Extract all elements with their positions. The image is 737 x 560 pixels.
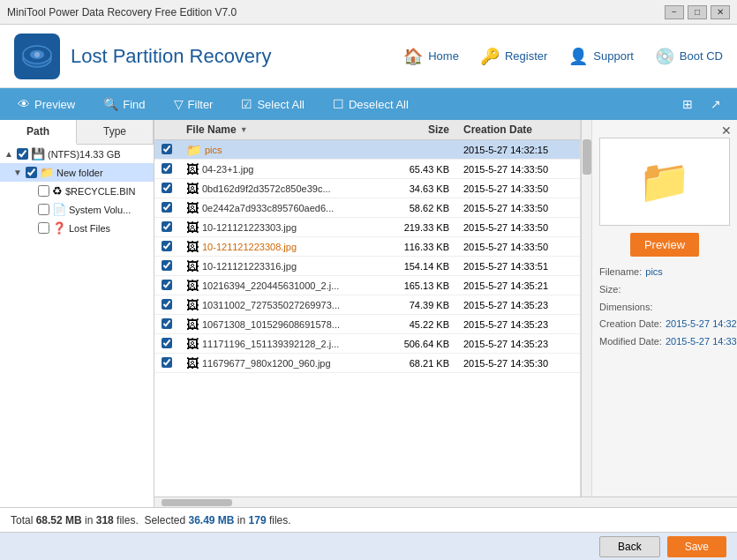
row-check-col bbox=[154, 241, 179, 253]
file-type-icon: 🖼 bbox=[186, 182, 199, 196]
header-size-col: Size bbox=[377, 123, 456, 136]
tree-checkbox-root[interactable] bbox=[17, 148, 28, 160]
app-title: MiniTool Power Data Recovery Free Editio… bbox=[7, 6, 237, 19]
sort-icon: ▼ bbox=[240, 125, 248, 134]
row-check-col bbox=[154, 318, 179, 331]
table-row[interactable]: 🖼 10671308_101529608691578... 45.22 KB 2… bbox=[154, 315, 580, 334]
maximize-button[interactable]: □ bbox=[688, 5, 707, 19]
home-label: Home bbox=[428, 49, 459, 63]
svg-point-3 bbox=[34, 52, 40, 57]
row-checkbox[interactable] bbox=[162, 318, 172, 329]
table-row[interactable]: 🖼 10216394_220445631000_2.j... 165.13 KB… bbox=[154, 276, 580, 295]
hscroll-thumb[interactable] bbox=[162, 499, 232, 506]
row-check-col bbox=[154, 338, 179, 350]
total-files: 318 bbox=[96, 514, 114, 526]
file-type-icon: 🖼 bbox=[186, 220, 199, 235]
preview-image-area: 📁 bbox=[599, 138, 730, 226]
row-filename-col: 🖼 10671308_101529608691578... bbox=[179, 317, 377, 332]
horizontal-scrollbar[interactable] bbox=[154, 497, 737, 507]
nav-buttons: 🏠 Home 🔑 Register 👤 Support 💿 Boot CD bbox=[403, 47, 723, 66]
register-label: Register bbox=[505, 49, 547, 63]
preview-button[interactable]: Preview bbox=[630, 233, 699, 257]
row-date-col: 2015-5-27 14:35:23 bbox=[456, 319, 580, 330]
table-row[interactable]: 🖼 10-121121223316.jpg 154.14 KB 2015-5-2… bbox=[154, 257, 580, 276]
save-button[interactable]: Save bbox=[667, 536, 726, 557]
layout-grid-button[interactable]: ⊞ bbox=[677, 93, 698, 115]
preview-button[interactable]: 👁 Preview bbox=[11, 93, 82, 115]
row-checkbox[interactable] bbox=[162, 144, 172, 154]
tree-checkbox-lost[interactable] bbox=[38, 222, 49, 234]
scroll-thumb[interactable] bbox=[583, 139, 591, 175]
row-checkbox[interactable] bbox=[162, 260, 172, 271]
select-all-button[interactable]: ☑ Select All bbox=[234, 93, 311, 115]
table-row[interactable]: 📁 pics 2015-5-27 14:32:15 bbox=[154, 140, 580, 160]
preview-folder-icon: 📁 bbox=[638, 157, 691, 206]
deselect-all-icon: ☐ bbox=[333, 97, 344, 111]
support-button[interactable]: 👤 Support bbox=[568, 47, 634, 66]
row-checkbox[interactable] bbox=[162, 338, 172, 348]
tree-checkbox-recycle[interactable] bbox=[38, 185, 49, 197]
row-filename-col: 🖼 10216394_220445631000_2.j... bbox=[179, 279, 377, 293]
row-check-col bbox=[154, 357, 179, 370]
folder-icon: 📁 bbox=[40, 166, 54, 179]
row-checkbox[interactable] bbox=[162, 280, 172, 290]
filter-label: Filter bbox=[188, 98, 214, 111]
table-row[interactable]: 🖼 11679677_980x1200_960.jpg 68.21 KB 201… bbox=[154, 354, 580, 373]
file-name-text: 11679677_980x1200_960.jpg bbox=[202, 358, 331, 369]
drive-label: (NTFS)14.33 GB bbox=[48, 149, 150, 160]
row-check-col bbox=[154, 163, 179, 175]
row-checkbox[interactable] bbox=[162, 299, 172, 310]
minimize-button[interactable]: − bbox=[665, 5, 684, 19]
preview-close-button[interactable]: ✕ bbox=[721, 123, 732, 138]
back-button[interactable]: Back bbox=[599, 536, 660, 557]
find-icon: 🔍 bbox=[103, 97, 118, 111]
tree-item-new-folder[interactable]: ▼ 📁 New folder bbox=[0, 163, 154, 182]
table-row[interactable]: 🖼 10-121121223303.jpg 219.33 KB 2015-5-2… bbox=[154, 218, 580, 237]
row-checkbox[interactable] bbox=[162, 221, 172, 232]
vertical-scrollbar[interactable] bbox=[581, 120, 591, 497]
row-date-col: 2015-5-27 14:33:50 bbox=[456, 242, 580, 252]
close-button[interactable]: ✕ bbox=[711, 5, 730, 19]
modified-label: Modified Date: bbox=[599, 333, 662, 351]
table-row[interactable]: 🖼 04-23+1.jpg 65.43 KB 2015-5-27 14:33:5… bbox=[154, 160, 580, 179]
preview-label: Preview bbox=[34, 98, 75, 111]
modified-value: 2015-5-27 14:33:15 bbox=[666, 333, 737, 351]
table-row[interactable]: 🖼 0bd162d9f2d3572c850e39c... 34.63 KB 20… bbox=[154, 179, 580, 198]
tree-item-root[interactable]: ▲ 💾 (NTFS)14.33 GB bbox=[0, 145, 154, 163]
home-button[interactable]: 🏠 Home bbox=[403, 47, 459, 66]
row-checkbox[interactable] bbox=[162, 202, 172, 213]
tab-path[interactable]: Path bbox=[0, 120, 77, 145]
table-row[interactable]: 🖼 10-121121223308.jpg 116.33 KB 2015-5-2… bbox=[154, 237, 580, 257]
row-checkbox[interactable] bbox=[162, 163, 172, 174]
row-checkbox[interactable] bbox=[162, 241, 172, 251]
row-check-col bbox=[154, 183, 179, 195]
support-label: Support bbox=[593, 49, 634, 63]
export-button[interactable]: ↗ bbox=[705, 93, 726, 115]
deselect-all-label: Deselect All bbox=[349, 98, 409, 111]
table-row[interactable]: 🖼 11171196_151139392128_2.j... 506.64 KB… bbox=[154, 334, 580, 354]
row-checkbox[interactable] bbox=[162, 183, 172, 193]
header-check-col bbox=[154, 123, 179, 136]
row-filename-col: 🖼 0e2442a7d933c895760aed6... bbox=[179, 201, 377, 215]
row-size-col: 34.63 KB bbox=[377, 183, 456, 194]
tree-checkbox-new-folder[interactable] bbox=[26, 167, 37, 178]
tree-item-lost[interactable]: ❓ Lost Files bbox=[0, 219, 154, 237]
row-checkbox[interactable] bbox=[162, 357, 172, 368]
row-date-col: 2015-5-27 14:32:15 bbox=[456, 145, 580, 155]
table-row[interactable]: 🖼 0e2442a7d933c895760aed6... 58.62 KB 20… bbox=[154, 198, 580, 218]
filter-button[interactable]: ▽ Filter bbox=[167, 93, 221, 115]
row-check-col bbox=[154, 280, 179, 292]
system-icon: 📄 bbox=[52, 203, 66, 216]
table-row[interactable]: 🖼 10311002_727535027269973... 74.39 KB 2… bbox=[154, 295, 580, 315]
file-name-text: 04-23+1.jpg bbox=[202, 164, 253, 175]
tree-item-system[interactable]: 📄 System Volu... bbox=[0, 200, 154, 219]
register-button[interactable]: 🔑 Register bbox=[480, 47, 547, 66]
tree-item-recycle[interactable]: ♻ $RECYCLE.BIN bbox=[0, 182, 154, 200]
tab-type[interactable]: Type bbox=[77, 120, 154, 144]
deselect-all-button[interactable]: ☐ Deselect All bbox=[326, 93, 416, 115]
find-button[interactable]: 🔍 Find bbox=[96, 93, 152, 115]
tree-checkbox-system[interactable] bbox=[38, 204, 49, 215]
total-size: 68.52 MB bbox=[36, 514, 82, 526]
expand-icon: ▼ bbox=[12, 168, 23, 177]
bootcd-button[interactable]: 💿 Boot CD bbox=[655, 47, 723, 66]
